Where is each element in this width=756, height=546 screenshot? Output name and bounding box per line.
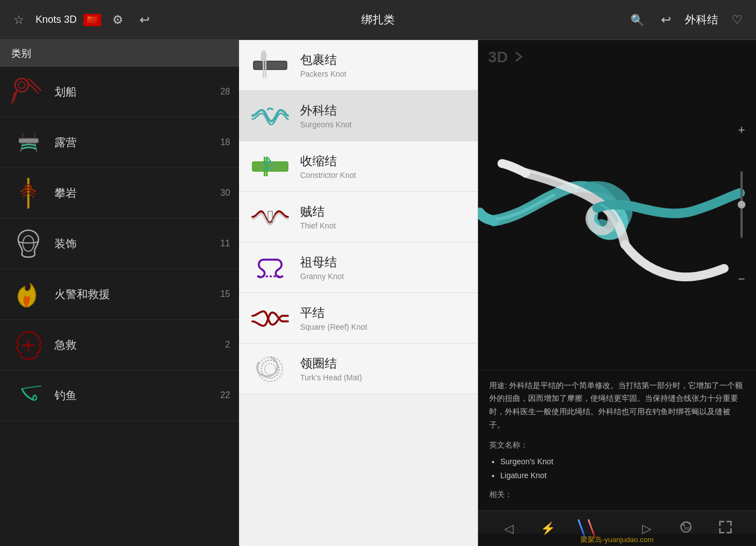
knot-item-packers[interactable]: 包裹结 Packers Knot — [239, 40, 478, 91]
category-icon-camping — [9, 123, 48, 162]
3d-logo: 3D — [487, 46, 531, 72]
knot-item-square[interactable]: 平结 Square (Reef) Knot — [239, 293, 478, 344]
star-icon: ☆ — [13, 13, 24, 27]
knot-name-en-surgeons: Surgeons Knot — [300, 120, 469, 129]
knot-icon-packers — [248, 46, 292, 85]
category-icon-climbing — [9, 173, 48, 212]
knot-name-zh-square: 平结 — [300, 305, 469, 321]
knot-icon-constrictor — [248, 147, 292, 186]
svg-line-8 — [22, 386, 41, 389]
info-panel: 用途: 外科结是平结的一个简单修改。当打结第一部分时，它增加了一个额外的扭曲，因… — [478, 370, 756, 510]
english-name-2: Ligature Knot — [500, 469, 745, 483]
knot-text-packers: 包裹结 Packers Knot — [300, 52, 469, 78]
category-label-fishing: 钓鱼 — [54, 388, 213, 403]
right-panel: 3D — [478, 40, 756, 546]
knot-item-surgeons[interactable]: 外科结 Surgeons Knot — [239, 91, 478, 141]
zoom-slider[interactable] — [740, 171, 743, 238]
category-item-climbing[interactable]: 攀岩 30 — [0, 168, 239, 219]
knot-name-zh-granny: 祖母结 — [300, 254, 469, 271]
heart-icon: ♡ — [732, 13, 743, 27]
zoom-out-button[interactable]: − — [734, 271, 749, 287]
top-bar-left: ☆ Knots 3D 🇨🇳 ⚙ ↩ — [9, 10, 248, 30]
watermark: 聚聚岛-yuanjudao.com — [478, 534, 756, 546]
knot-item-constrictor[interactable]: 收缩结 Constrictor Knot — [239, 141, 478, 192]
back-icon-right: ↩ — [661, 13, 671, 27]
svg-text:360°: 360° — [684, 527, 692, 530]
svg-text:3D: 3D — [488, 48, 508, 66]
back-button-right[interactable]: ↩ — [656, 10, 676, 30]
category-item-fire-rescue[interactable]: 火警和救援 15 — [0, 269, 239, 320]
category-header: 类别 — [0, 40, 239, 67]
bottom-toolbar: ◁ ⚡ ▷ 360° — [478, 510, 756, 546]
knot-name-en-turkshead: Turk's Head (Mat) — [300, 373, 469, 382]
top-bar-center: 绑扎类 — [255, 12, 501, 27]
zoom-controls: + − — [734, 122, 749, 287]
knot-text-granny: 祖母结 Granny Knot — [300, 254, 469, 281]
knot-item-thief[interactable]: 贼结 Thief Knot — [239, 192, 478, 242]
category-item-first-aid[interactable]: 急救 2 — [0, 320, 239, 370]
search-icon: 🔍 — [630, 13, 644, 27]
category-count-rowing: 28 — [220, 87, 230, 97]
top-bar: ☆ Knots 3D 🇨🇳 ⚙ ↩ 绑扎类 🔍 ↩ 外科结 ♡ — [0, 0, 756, 40]
knot-3d-image — [478, 40, 756, 370]
category-icon-fire-rescue — [9, 275, 48, 314]
favorites-button[interactable]: ☆ — [9, 10, 29, 30]
settings-button[interactable]: ⚙ — [108, 10, 128, 30]
english-names-label: 英文名称： — [489, 439, 745, 452]
category-count-fire-rescue: 15 — [220, 289, 230, 299]
category-icon-first-aid — [9, 325, 48, 364]
knot-name-zh-turkshead: 领圈结 — [300, 355, 469, 372]
category-count-first-aid: 2 — [225, 340, 230, 350]
category-label-decorative: 装饰 — [54, 236, 213, 251]
category-count-camping: 18 — [220, 137, 230, 147]
knot-name-en-packers: Packers Knot — [300, 70, 469, 78]
back-icon-left: ↩ — [140, 13, 150, 27]
knot-text-square: 平结 Square (Reef) Knot — [300, 305, 469, 331]
knot-text-thief: 贼结 Thief Knot — [300, 203, 469, 230]
category-label-first-aid: 急救 — [54, 337, 218, 353]
zoom-in-button[interactable]: + — [734, 122, 749, 138]
category-item-fishing[interactable]: 钓鱼 22 — [0, 370, 239, 421]
language-flag[interactable]: 🇨🇳 — [83, 14, 101, 26]
category-label-climbing: 攀岩 — [54, 186, 213, 201]
knot-name-zh-packers: 包裹结 — [300, 52, 469, 68]
knot-icon-thief — [248, 197, 292, 236]
english-name-1: Surgeon's Knot — [500, 455, 745, 469]
knot-name-en-thief: Thief Knot — [300, 221, 469, 230]
category-label-camping: 露营 — [54, 135, 213, 150]
knot-icon-granny — [248, 248, 292, 287]
knot-3d-view: 3D — [478, 40, 756, 370]
english-names-list: Surgeon's Knot Ligature Knot — [489, 455, 745, 483]
category-icon-fishing — [9, 376, 48, 415]
knot-description: 用途: 外科结是平结的一个简单修改。当打结第一部分时，它增加了一个额外的扭曲，因… — [489, 379, 745, 432]
category-item-decorative[interactable]: 装饰 11 — [0, 219, 239, 269]
knot-item-turkshead[interactable]: 领圈结 Turk's Head (Mat) — [239, 344, 478, 394]
knot-text-constrictor: 收缩结 Constrictor Knot — [300, 153, 469, 180]
main-content: 类别 划船 28 — [0, 40, 756, 546]
gear-icon: ⚙ — [112, 13, 123, 27]
knot-item-granny[interactable]: 祖母结 Granny Knot — [239, 242, 478, 293]
category-item-rowing[interactable]: 划船 28 — [0, 67, 239, 117]
knot-icon-square — [248, 299, 292, 337]
knot-name-zh-surgeons: 外科结 — [300, 102, 469, 119]
category-icon-rowing — [9, 72, 48, 111]
category-count-fishing: 22 — [220, 390, 230, 400]
svg-rect-10 — [252, 162, 288, 171]
zoom-handle — [738, 201, 745, 209]
category-label-rowing: 划船 — [54, 85, 213, 100]
knot-name-zh-thief: 贼结 — [300, 203, 469, 220]
category-list: 划船 28 露营 18 — [0, 67, 239, 546]
svg-rect-2 — [19, 138, 38, 143]
heart-button[interactable]: ♡ — [727, 10, 747, 30]
back-button-left[interactable]: ↩ — [135, 10, 155, 30]
svg-point-1 — [18, 82, 25, 88]
middle-panel: 包裹结 Packers Knot 外科结 Surgeons Knot — [239, 40, 478, 546]
knot-name-en-constrictor: Constrictor Knot — [300, 171, 469, 180]
svg-rect-9 — [253, 61, 287, 70]
category-icon-decorative — [9, 224, 48, 263]
search-button[interactable]: 🔍 — [627, 10, 647, 30]
category-count-decorative: 11 — [220, 239, 230, 249]
left-panel: 类别 划船 28 — [0, 40, 239, 546]
category-item-camping[interactable]: 露营 18 — [0, 117, 239, 168]
category-count-climbing: 30 — [220, 188, 230, 198]
